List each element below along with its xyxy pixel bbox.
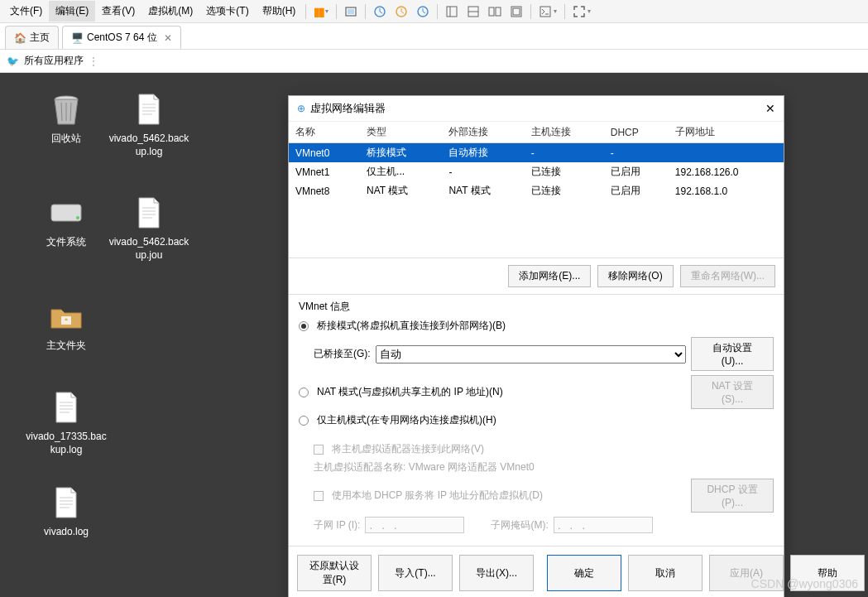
table-cell: 已启用	[604, 162, 669, 181]
table-header[interactable]: 外部连接	[442, 122, 524, 143]
auto-settings-button[interactable]: 自动设置(U)...	[691, 337, 774, 371]
menu-vm[interactable]: 虚拟机(M)	[141, 1, 199, 22]
radio-hostonly[interactable]	[299, 416, 309, 426]
menu-view[interactable]: 查看(V)	[95, 1, 141, 22]
subnet-ip-label: 子网 IP (I):	[314, 518, 360, 532]
more-icon[interactable]: ⋮	[89, 55, 100, 67]
desktop-icon-label: vivado_5462.backup.log	[108, 132, 190, 158]
tab-centos[interactable]: 🖥️ CentOS 7 64 位 ✕	[62, 26, 181, 49]
desktop-icon[interactable]: vivado.log	[25, 483, 108, 539]
svg-rect-1	[348, 9, 354, 14]
export-button[interactable]: 导出(X)...	[459, 555, 534, 591]
vmnet-info-label: VMnet 信息	[299, 300, 774, 314]
table-cell: 自动桥接	[442, 143, 524, 163]
file-icon	[129, 89, 169, 129]
table-cell: VMnet8	[289, 181, 360, 200]
table-cell: NAT 模式	[360, 181, 442, 200]
table-cell: 桥接模式	[360, 143, 442, 163]
close-tab-icon[interactable]: ✕	[164, 32, 172, 44]
table-row[interactable]: VMnet8NAT 模式NAT 模式已连接已启用192.168.1.0	[289, 181, 784, 200]
desktop-icon[interactable]: 文件系统	[25, 193, 108, 249]
clock-fwd-icon[interactable]	[412, 2, 434, 21]
menu-edit[interactable]: 编辑(E)	[49, 1, 95, 22]
subnet-mask-label: 子网掩码(M):	[491, 518, 548, 532]
restore-defaults-button[interactable]: 还原默认设置(R)	[297, 555, 372, 591]
menu-file[interactable]: 文件(F)	[3, 1, 49, 22]
virtual-network-editor-dialog: ⊕ 虚拟网络编辑器 ✕ 名称类型外部连接主机连接DHCP子网地址 VMnet0桥…	[288, 95, 784, 597]
svg-point-23	[76, 216, 79, 219]
nat-settings-button[interactable]: NAT 设置(S)...	[691, 375, 774, 409]
layout-2-icon[interactable]	[463, 2, 484, 21]
snapshot-icon[interactable]	[340, 2, 362, 21]
tab-home-label: 主页	[30, 31, 50, 45]
table-header[interactable]: 子网地址	[669, 122, 784, 143]
network-icon: ⊕	[297, 103, 305, 114]
svg-rect-13	[540, 7, 550, 17]
app-launcher-icon[interactable]: 🐦	[7, 55, 19, 67]
table-cell: NAT 模式	[442, 181, 524, 200]
file-icon	[46, 483, 86, 522]
layout-4-icon[interactable]	[506, 2, 527, 21]
dhcp-settings-button[interactable]: DHCP 设置(P)...	[691, 479, 774, 513]
file-icon	[129, 193, 169, 233]
desktop-icon[interactable]: vivado_5462.backup.log	[108, 89, 190, 158]
clock-icon[interactable]	[391, 2, 412, 21]
main-menubar: 文件(F) 编辑(E) 查看(V) 虚拟机(M) 选项卡(T) 帮助(H) ▮▮…	[0, 0, 868, 23]
tab-bar: 🏠 主页 🖥️ CentOS 7 64 位 ✕	[0, 23, 868, 50]
pause-button[interactable]: ▮▮▾	[309, 2, 333, 21]
fullscreen-icon[interactable]: ▾	[568, 2, 595, 21]
desktop-icon[interactable]: vivado_17335.backup.log	[25, 388, 108, 456]
subnet-mask-input	[554, 517, 653, 533]
dialog-title: 虚拟网络编辑器	[310, 101, 760, 116]
table-header[interactable]: 类型	[360, 122, 442, 143]
sub-bar: 🐦 所有应用程序 ⋮	[0, 50, 868, 73]
desktop-icon-label: 回收站	[25, 132, 108, 146]
trash-icon	[46, 89, 86, 129]
cancel-button[interactable]: 取消	[628, 555, 703, 591]
table-cell: 192.168.1.0	[669, 181, 784, 200]
table-cell: -	[604, 143, 669, 163]
layout-1-icon[interactable]	[441, 2, 463, 21]
svg-rect-12	[513, 8, 520, 15]
rename-network-button[interactable]: 重命名网络(W)...	[680, 265, 775, 287]
svg-rect-9	[489, 7, 494, 16]
table-cell: 已启用	[604, 181, 669, 200]
all-apps-label[interactable]: 所有应用程序	[24, 54, 84, 68]
table-row[interactable]: VMnet0桥接模式自动桥接--	[289, 143, 784, 163]
table-header[interactable]: 主机连接	[525, 122, 604, 143]
tab-home[interactable]: 🏠 主页	[5, 26, 59, 49]
ok-button[interactable]: 确定	[547, 555, 621, 591]
desktop-icon[interactable]: 回收站	[25, 89, 108, 146]
layout-3-icon[interactable]	[484, 2, 506, 21]
import-button[interactable]: 导入(T)...	[378, 555, 453, 591]
table-row[interactable]: VMnet1仅主机...-已连接已启用192.168.126.0	[289, 162, 784, 181]
adapter-name-label: 主机虚拟适配器名称: VMware 网络适配器 VMnet0	[314, 460, 774, 474]
clock-back-icon[interactable]	[369, 2, 391, 21]
folder-icon	[46, 296, 86, 336]
file-icon	[46, 388, 86, 427]
table-header[interactable]: DHCP	[604, 122, 669, 143]
radio-bridge[interactable]	[299, 321, 309, 331]
svg-rect-10	[496, 7, 501, 16]
remove-network-button[interactable]: 移除网络(O)	[597, 265, 673, 287]
network-table: 名称类型外部连接主机连接DHCP子网地址 VMnet0桥接模式自动桥接--VMn…	[289, 122, 784, 200]
dialog-close-button[interactable]: ✕	[765, 102, 775, 115]
console-icon[interactable]: ▾	[535, 2, 561, 21]
desktop-icon[interactable]: vivado_5462.backup.jou	[108, 193, 190, 262]
cb-host-adapter	[314, 445, 324, 455]
table-cell: 仅主机...	[360, 162, 442, 181]
radio-nat[interactable]	[299, 388, 309, 397]
table-cell: 已连接	[525, 162, 604, 181]
drive-icon	[46, 193, 86, 233]
desktop-icon-label: 文件系统	[25, 236, 108, 249]
add-network-button[interactable]: 添加网络(E)...	[508, 265, 591, 287]
svg-rect-5	[447, 7, 457, 17]
table-header[interactable]: 名称	[289, 122, 360, 143]
menu-tabs[interactable]: 选项卡(T)	[199, 1, 255, 22]
menu-help[interactable]: 帮助(H)	[256, 1, 303, 22]
cb-dhcp-label: 使用本地 DHCP 服务将 IP 地址分配给虚拟机(D)	[332, 489, 543, 503]
desktop-icon[interactable]: 主文件夹	[25, 296, 108, 353]
cb-host-adapter-label: 将主机虚拟适配器连接到此网络(V)	[332, 442, 484, 456]
vmnet-info-panel: VMnet 信息 桥接模式(将虚拟机直接连接到外部网络)(B) 已桥接至(G):…	[289, 294, 784, 546]
bridge-select[interactable]: 自动	[376, 345, 686, 363]
